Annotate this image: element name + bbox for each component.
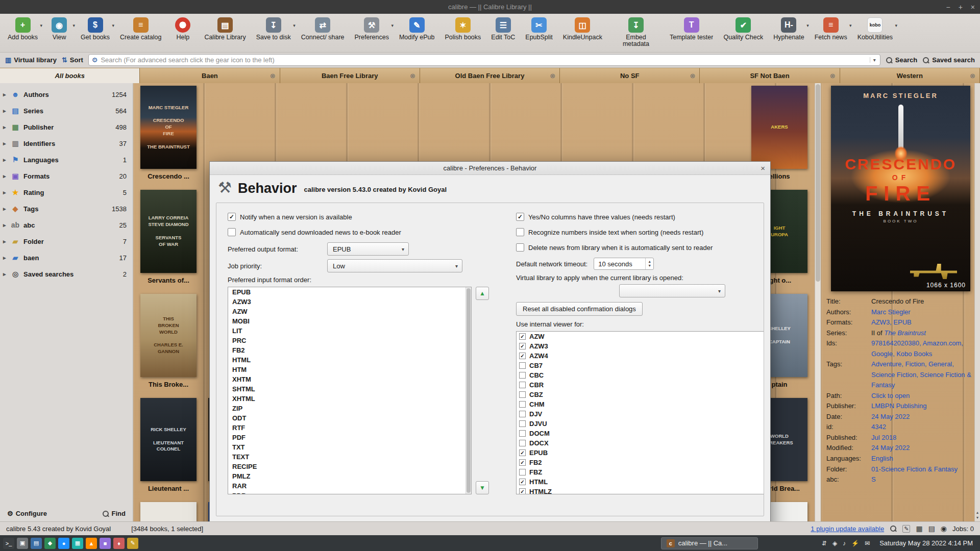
viewer-format-item[interactable]: ✓ AZW4 bbox=[517, 351, 764, 361]
metadata-value[interactable]: LMBPN Publishing bbox=[871, 402, 926, 410]
virtual-library-tab[interactable]: Baen Free Library ⊗ bbox=[280, 68, 420, 83]
viewer-format-item[interactable]: ✓ CBR bbox=[517, 380, 764, 390]
expander-icon[interactable]: ▸ bbox=[3, 222, 10, 229]
toolbar-button[interactable]: ☰ Edit ToC ▾ bbox=[486, 16, 520, 48]
search-input[interactable] bbox=[101, 56, 869, 64]
expander-icon[interactable]: ▸ bbox=[3, 108, 10, 114]
checkbox[interactable]: ✓ bbox=[519, 362, 526, 369]
tab-close-icon[interactable]: ⊗ bbox=[550, 72, 555, 80]
virtual-library-tab[interactable]: Western ⊗ bbox=[840, 68, 980, 83]
input-format-item[interactable]: XHTML bbox=[228, 394, 471, 404]
tray-icon[interactable]: ♪ bbox=[843, 540, 846, 547]
input-format-item[interactable]: ZIP bbox=[228, 404, 471, 413]
list-scrollbar-thumb[interactable] bbox=[467, 288, 471, 493]
virtual-library-tab[interactable]: No SF ⊗ bbox=[560, 68, 700, 83]
launcher-icon[interactable]: ● bbox=[58, 538, 69, 549]
tab-close-icon[interactable]: ⊗ bbox=[690, 72, 696, 80]
expander-icon[interactable]: ▸ bbox=[3, 173, 10, 180]
virtual-library-tab[interactable]: All books ⊗ bbox=[0, 68, 140, 83]
input-format-item[interactable]: PRC bbox=[228, 336, 471, 345]
toolbar-button[interactable]: ≡ Create catalog ▾ bbox=[115, 16, 166, 48]
taskbar-clock[interactable]: Saturday May 28 2022 4:14 PM bbox=[879, 539, 973, 547]
book-cell[interactable]: THIS BROKEN WORLD CHARLES E. GANNON This… bbox=[140, 294, 197, 398]
chevron-down-icon[interactable]: ▾ bbox=[895, 23, 898, 28]
move-down-button[interactable]: ▼ bbox=[476, 481, 489, 494]
metadata-value[interactable]: The Braintrust bbox=[884, 329, 926, 337]
checkbox[interactable]: ✓ bbox=[519, 469, 526, 475]
launcher-icon[interactable]: >_ bbox=[3, 538, 14, 549]
toolbar-button[interactable]: ▤ Calibre Library ▾ bbox=[200, 16, 250, 48]
tab-close-icon[interactable]: ⊗ bbox=[970, 72, 975, 80]
expander-icon[interactable]: ▸ bbox=[3, 91, 10, 98]
viewer-format-item[interactable]: ✓ DJVU bbox=[517, 419, 764, 429]
chevron-down-icon[interactable]: ▾ bbox=[293, 23, 296, 28]
network-timeout-spinner[interactable]: 10 seconds ▲ ▼ bbox=[594, 258, 654, 270]
input-format-item[interactable]: PMLZ bbox=[228, 471, 471, 481]
input-format-item[interactable]: XHTM bbox=[228, 374, 471, 384]
toolbar-button[interactable]: kobo KoboUtilities ▾ bbox=[853, 16, 897, 48]
checkbox[interactable]: ✓ bbox=[228, 213, 236, 221]
virtual-library-select[interactable]: ▾ bbox=[619, 284, 725, 297]
metadata-value[interactable]: Crescendo of Fire bbox=[871, 297, 924, 305]
dialog-close-icon[interactable]: × bbox=[761, 164, 765, 172]
expander-icon[interactable]: ▸ bbox=[3, 189, 10, 196]
input-format-item[interactable]: RTF bbox=[228, 423, 471, 433]
tag-browser-category[interactable]: ▸ ▣ Formats 20 bbox=[0, 168, 133, 184]
expander-icon[interactable]: ▸ bbox=[3, 157, 10, 163]
toolbar-button[interactable]: T Template tester ▾ bbox=[665, 16, 718, 48]
launcher-icon[interactable]: ✎ bbox=[127, 538, 138, 549]
input-format-item[interactable]: ODT bbox=[228, 413, 471, 423]
book-cell[interactable]: LARRY CORREIA STEVE DIAMOND SERVANTS OF … bbox=[140, 190, 197, 294]
checkbox[interactable]: ✓ bbox=[519, 353, 526, 359]
metadata-value[interactable]: 9781642020380, Amazon.com, Google, Kobo … bbox=[871, 339, 963, 358]
toolbar-button[interactable]: ◫ KindleUnpack ▾ bbox=[558, 16, 607, 48]
checkbox[interactable]: ✓ bbox=[519, 479, 526, 485]
launcher-icon[interactable]: ■ bbox=[100, 538, 111, 549]
toolbar-button[interactable]: ◉ View ▾ bbox=[43, 16, 75, 48]
launcher-icon[interactable]: ▣ bbox=[17, 538, 28, 549]
checkbox-row[interactable]: ✓ Recognize numbers inside text when sor… bbox=[516, 224, 764, 240]
tag-browser-category[interactable]: ▸ ◆ Tags 1538 bbox=[0, 201, 133, 217]
grid-scrollbar-thumb[interactable] bbox=[816, 84, 820, 282]
chevron-down-icon[interactable]: ▾ bbox=[112, 23, 115, 28]
metadata-value[interactable]: Marc Stiegler bbox=[871, 308, 911, 316]
viewer-format-item[interactable]: ✓ FB2 bbox=[517, 458, 764, 467]
checkbox[interactable]: ✓ bbox=[228, 228, 236, 236]
checkbox-row[interactable]: ✓ Delete news from library when it is au… bbox=[516, 240, 764, 255]
input-format-item[interactable]: MOBI bbox=[228, 316, 471, 326]
viewer-format-item[interactable]: ✓ DOCX bbox=[517, 438, 764, 448]
grid-scrollbar[interactable] bbox=[815, 83, 821, 521]
chevron-down-icon[interactable]: ▾ bbox=[849, 23, 852, 28]
virtual-library-tab[interactable]: Baen ⊗ bbox=[140, 68, 280, 83]
viewer-format-item[interactable]: ✓ AZW3 bbox=[517, 341, 764, 351]
checkbox[interactable]: ✓ bbox=[519, 333, 526, 340]
tag-browser-category[interactable]: ▸ ▰ baen 17 bbox=[0, 249, 133, 266]
viewer-format-item[interactable]: ✓ CBZ bbox=[517, 390, 764, 399]
input-format-item[interactable]: LIT bbox=[228, 326, 471, 336]
checkbox[interactable]: ✓ bbox=[519, 420, 526, 427]
expander-icon[interactable]: ▸ bbox=[3, 140, 10, 147]
viewer-format-item[interactable]: ✓ DOCM bbox=[517, 429, 764, 438]
spin-up-icon[interactable]: ▲ bbox=[648, 260, 651, 264]
scroll-up-icon[interactable]: ▲ bbox=[976, 510, 979, 515]
checkbox[interactable]: ✓ bbox=[519, 372, 526, 379]
layout-cover-grid-icon[interactable]: ▦ bbox=[916, 524, 922, 533]
expander-icon[interactable]: ▸ bbox=[3, 124, 10, 131]
checkbox[interactable]: ✓ bbox=[516, 243, 524, 252]
metadata-value[interactable]: AZW3, EPUB bbox=[871, 318, 912, 326]
tag-browser-category[interactable]: ▸ ▰ Folder 7 bbox=[0, 233, 133, 249]
tag-browser-category[interactable]: ▸ ☻ Authors 1254 bbox=[0, 86, 133, 103]
viewer-format-item[interactable]: ✓ CB7 bbox=[517, 361, 764, 370]
input-format-item[interactable]: FB2 bbox=[228, 345, 471, 355]
toolbar-button[interactable]: + Add books ▾ bbox=[3, 16, 42, 48]
jobs-indicator-icon[interactable]: ◉ bbox=[941, 524, 947, 533]
viewer-format-item[interactable]: ✓ EPUB bbox=[517, 448, 764, 458]
metadata-value[interactable]: 01-Science Fiction & Fantasy bbox=[871, 465, 958, 473]
launcher-icon[interactable]: ▲ bbox=[86, 538, 97, 549]
sort-button[interactable]: ⇅ Sort bbox=[62, 56, 83, 64]
tray-icon[interactable]: ✉ bbox=[865, 540, 870, 547]
toolbar-button[interactable]: ↧ Save to disk ▾ bbox=[252, 16, 296, 48]
input-format-item[interactable]: AZW bbox=[228, 307, 471, 316]
input-format-item[interactable]: PDF bbox=[228, 433, 471, 442]
toolbar-button[interactable]: ✂ EpubSplit ▾ bbox=[521, 16, 557, 48]
